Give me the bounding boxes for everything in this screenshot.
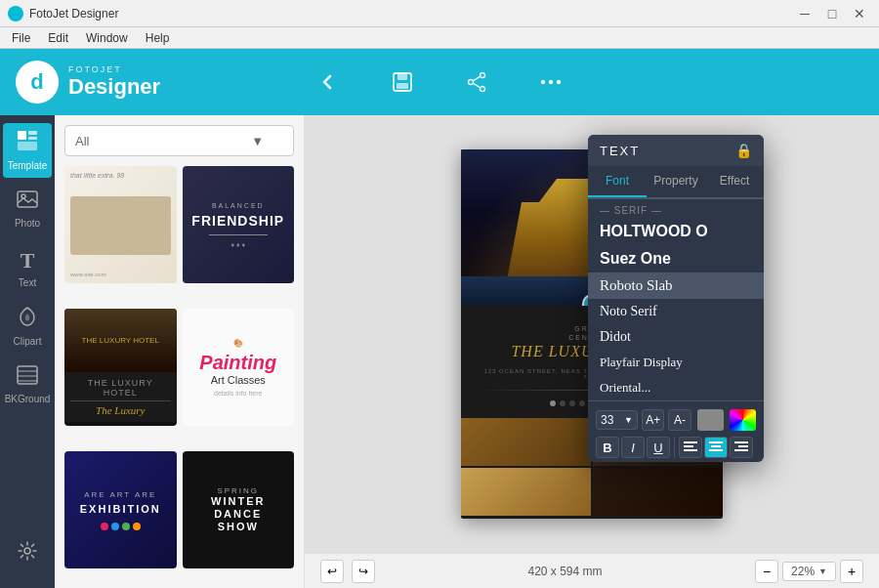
sidebar-item-text[interactable]: T Text bbox=[3, 240, 52, 295]
align-right-button[interactable] bbox=[730, 437, 753, 458]
app-icon bbox=[8, 6, 23, 21]
sidebar-item-photo[interactable]: Photo bbox=[3, 182, 52, 236]
svg-rect-30 bbox=[734, 449, 748, 451]
font-controls: 33 ▼ A+ A- B I U bbox=[588, 400, 764, 462]
template-panel: All ▼ that little extra. 99 www.site.com… bbox=[55, 115, 305, 588]
font-item-roboto[interactable]: Roboto Slab bbox=[588, 273, 764, 299]
logo-text: FOTOJET Designer bbox=[68, 64, 160, 100]
color-picker-button[interactable] bbox=[697, 409, 724, 431]
font-item-noto[interactable]: Noto Serif bbox=[588, 299, 764, 324]
font-item-holtwood[interactable]: HOLTWOOD O bbox=[588, 218, 764, 245]
template-search: All ▼ bbox=[55, 115, 304, 166]
sidebar-item-template[interactable]: Template bbox=[3, 123, 52, 178]
logo-area: d FOTOJET Designer bbox=[16, 61, 160, 104]
titlebar-app-info: FotoJet Designer bbox=[8, 6, 118, 21]
back-button[interactable] bbox=[311, 64, 346, 100]
logo-big-text: Designer bbox=[68, 74, 160, 99]
zoom-percent: 22% bbox=[791, 565, 815, 578]
zoom-in-button[interactable]: + bbox=[840, 560, 863, 583]
template-item[interactable]: ARE ART ARE EXHIBITION bbox=[64, 451, 177, 568]
filter-arrow-icon: ▼ bbox=[251, 134, 264, 148]
italic-button[interactable]: I bbox=[621, 437, 645, 458]
font-size-row: 33 ▼ A+ A- bbox=[596, 409, 756, 431]
tab-font[interactable]: Font bbox=[588, 166, 647, 197]
header: d FOTOJET Designer bbox=[0, 49, 879, 115]
template-item[interactable]: SPRING WINTERDANCESHOW bbox=[183, 451, 295, 568]
template-item[interactable]: BALANCED FRIENDSHIP ♦ ♦ ♦ bbox=[183, 166, 295, 283]
svg-rect-28 bbox=[734, 441, 748, 443]
room-img-3 bbox=[461, 468, 591, 516]
clipart-icon bbox=[17, 306, 38, 332]
font-size-increase[interactable]: A+ bbox=[642, 409, 664, 431]
text-panel-header: TEXT 🔒 bbox=[588, 135, 764, 166]
share-button[interactable] bbox=[459, 64, 494, 100]
font-size-arrow: ▼ bbox=[624, 415, 633, 425]
sidebar-item-settings[interactable] bbox=[3, 525, 52, 580]
window-controls: ─ □ ✕ bbox=[793, 5, 871, 22]
align-left-button[interactable] bbox=[679, 437, 702, 458]
svg-rect-24 bbox=[684, 449, 697, 451]
redo-button[interactable]: ↪ bbox=[352, 560, 375, 583]
template-item[interactable]: that little extra. 99 www.site.com bbox=[64, 166, 177, 283]
font-size-value: 33 bbox=[601, 413, 613, 427]
color-palette-button[interactable] bbox=[730, 409, 756, 431]
text-panel: TEXT 🔒 Font Property Effect — SERIF — HO… bbox=[588, 135, 764, 462]
sidebar-item-clipart[interactable]: Clipart bbox=[3, 299, 52, 354]
svg-point-8 bbox=[541, 80, 545, 84]
undo-button[interactable]: ↩ bbox=[320, 560, 344, 583]
room-img-1 bbox=[461, 418, 591, 466]
menubar: File Edit Window Help bbox=[0, 27, 879, 49]
menu-edit[interactable]: Edit bbox=[40, 29, 76, 47]
font-size-select[interactable]: 33 ▼ bbox=[596, 410, 638, 430]
svg-line-6 bbox=[473, 76, 481, 81]
align-center-button[interactable] bbox=[704, 437, 728, 458]
font-size-decrease[interactable]: A- bbox=[668, 409, 691, 431]
underline-button[interactable]: U bbox=[647, 437, 670, 458]
room-img-4 bbox=[593, 468, 723, 516]
font-section-serif: — SERIF — bbox=[588, 198, 764, 218]
sidebar-template-label: Template bbox=[8, 160, 48, 171]
svg-rect-25 bbox=[709, 441, 723, 443]
template-item[interactable]: 🎨 Painting Art Classes details info here bbox=[183, 309, 295, 426]
sidebar-bottom bbox=[3, 525, 52, 588]
zoom-out-button[interactable]: − bbox=[755, 560, 778, 583]
more-button[interactable] bbox=[533, 64, 568, 100]
category-filter[interactable]: All ▼ bbox=[64, 125, 294, 156]
main-layout: Template Photo T Text Clipa bbox=[0, 115, 879, 588]
bkground-icon bbox=[17, 365, 38, 390]
svg-rect-23 bbox=[684, 445, 693, 447]
menu-window[interactable]: Window bbox=[78, 29, 136, 47]
tab-effect[interactable]: Effect bbox=[705, 166, 764, 197]
font-list: — SERIF — HOLTWOOD O Suez One Roboto Sla… bbox=[588, 198, 764, 400]
maximize-button[interactable]: □ bbox=[820, 5, 844, 22]
template-icon bbox=[17, 130, 38, 156]
header-center-actions bbox=[311, 64, 568, 100]
zoom-value[interactable]: 22% ▼ bbox=[782, 562, 836, 581]
font-item-playfair[interactable]: Playfair Display bbox=[588, 350, 764, 375]
svg-rect-1 bbox=[398, 73, 407, 80]
menu-file[interactable]: File bbox=[4, 29, 38, 47]
text-tabs: Font Property Effect bbox=[588, 166, 764, 198]
font-item-suez[interactable]: Suez One bbox=[588, 245, 764, 273]
tab-property[interactable]: Property bbox=[647, 166, 705, 197]
text-panel-title: TEXT bbox=[600, 144, 640, 158]
logo-small-text: FOTOJET bbox=[68, 64, 160, 74]
save-button[interactable] bbox=[385, 64, 420, 100]
close-button[interactable]: ✕ bbox=[848, 5, 871, 22]
bold-button[interactable]: B bbox=[596, 437, 619, 458]
logo-circle: d bbox=[16, 61, 59, 104]
sidebar-item-bkground[interactable]: BKGround bbox=[3, 357, 52, 412]
svg-rect-11 bbox=[18, 131, 26, 140]
lock-icon[interactable]: 🔒 bbox=[735, 143, 752, 158]
font-item-didot[interactable]: Didot bbox=[588, 324, 764, 350]
svg-rect-26 bbox=[711, 445, 721, 447]
template-item[interactable]: THE LUXURY HOTEL THE LUXURY HOTEL The Lu… bbox=[64, 309, 177, 426]
svg-rect-15 bbox=[18, 191, 37, 207]
app-title: FotoJet Designer bbox=[29, 7, 118, 21]
photo-icon bbox=[17, 189, 38, 214]
minimize-button[interactable]: ─ bbox=[793, 5, 816, 22]
font-item-oriental[interactable]: Oriental... bbox=[588, 375, 764, 400]
menu-help[interactable]: Help bbox=[138, 29, 178, 47]
sidebar-photo-label: Photo bbox=[15, 218, 40, 229]
sidebar-clipart-label: Clipart bbox=[14, 336, 42, 347]
